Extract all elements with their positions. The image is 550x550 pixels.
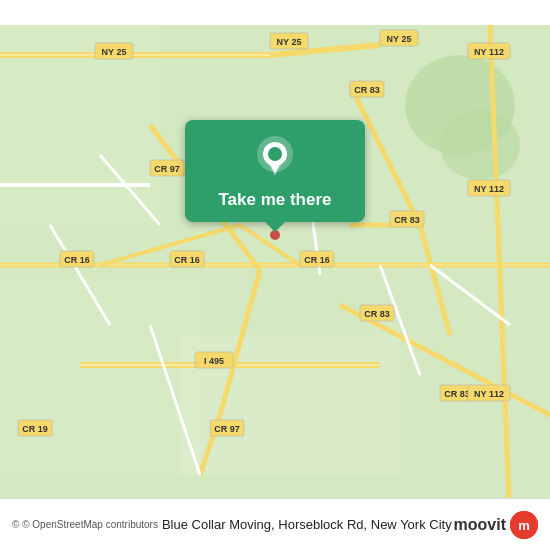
svg-text:CR 83: CR 83 [354, 85, 380, 95]
svg-text:CR 97: CR 97 [154, 164, 180, 174]
svg-text:CR 83: CR 83 [444, 389, 470, 399]
take-me-there-label: Take me there [218, 190, 331, 210]
take-me-there-popup[interactable]: Take me there [185, 120, 365, 222]
svg-text:NY 112: NY 112 [474, 47, 504, 57]
svg-text:I 495: I 495 [204, 356, 224, 366]
popup-pin-icon [257, 136, 293, 182]
map-container: NY 25 NY 25 NY 25 CR 97 CR 97 CR 16 CR 1… [0, 0, 550, 550]
svg-text:CR 16: CR 16 [64, 255, 90, 265]
svg-text:m: m [518, 518, 530, 533]
svg-text:CR 16: CR 16 [174, 255, 200, 265]
location-label: Blue Collar Moving, Horseblock Rd, New Y… [162, 517, 454, 532]
svg-point-2 [440, 110, 520, 180]
svg-text:CR 97: CR 97 [214, 424, 240, 434]
map-background: NY 25 NY 25 NY 25 CR 97 CR 97 CR 16 CR 1… [0, 0, 550, 550]
svg-text:CR 83: CR 83 [364, 309, 390, 319]
moovit-logo: moovit m [454, 511, 538, 539]
svg-text:CR 16: CR 16 [304, 255, 330, 265]
svg-text:NY 25: NY 25 [277, 37, 302, 47]
moovit-icon: m [510, 511, 538, 539]
bottom-bar: © © OpenStreetMap contributors Blue Coll… [0, 498, 550, 550]
svg-point-67 [268, 147, 282, 161]
svg-rect-4 [0, 275, 200, 475]
svg-text:CR 83: CR 83 [394, 215, 420, 225]
moovit-logo-text: moovit [454, 516, 506, 534]
svg-text:NY 25: NY 25 [102, 47, 127, 57]
copyright-icon: © [12, 519, 19, 530]
map-attribution: © © OpenStreetMap contributors [12, 519, 158, 530]
svg-text:NY 25: NY 25 [387, 34, 412, 44]
svg-text:NY 112: NY 112 [474, 184, 504, 194]
svg-text:NY 112: NY 112 [474, 389, 504, 399]
attribution-text: © OpenStreetMap contributors [22, 519, 158, 530]
svg-text:CR 19: CR 19 [22, 424, 48, 434]
